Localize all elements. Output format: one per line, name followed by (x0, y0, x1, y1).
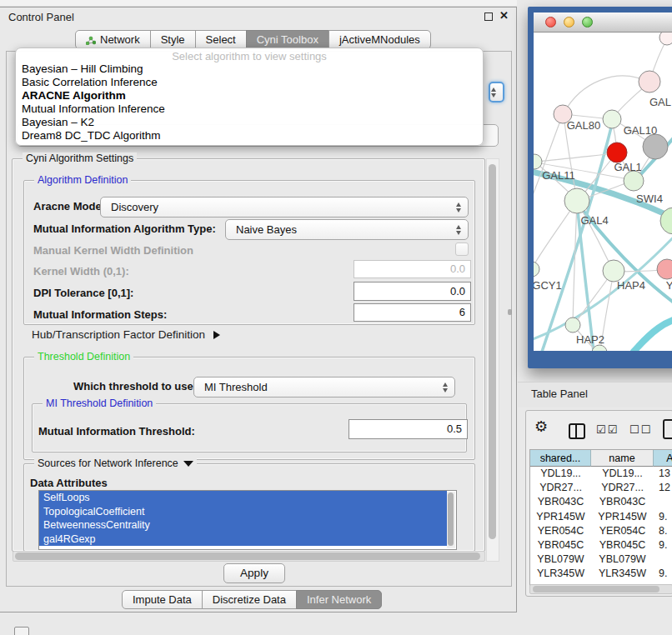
table-row[interactable]: YPR145WYPR145W9. (530, 510, 672, 524)
network-window-titlebar[interactable] (534, 12, 672, 32)
table-row[interactable]: YDR27...YDR27...12 (530, 481, 672, 495)
table-row[interactable]: YER054CYER054C8. (530, 524, 672, 538)
close-icon[interactable]: ✕ (499, 9, 509, 22)
table-row[interactable]: YDL19...YDL19...13 (530, 467, 672, 481)
table-row[interactable]: YBL079WYBL079W (530, 552, 672, 567)
document-icon[interactable] (663, 419, 672, 439)
group-title: Algorithm Definition (34, 174, 131, 186)
cutoff-button[interactable] (14, 627, 29, 635)
tab-infer-network[interactable]: Infer Network (296, 590, 382, 609)
attribute-item-topologicalcoefficient[interactable]: TopologicalCoefficient (39, 505, 447, 519)
scrollbar-thumb[interactable] (448, 492, 454, 546)
columns-icon[interactable] (569, 423, 585, 439)
close-traffic-light-icon[interactable] (545, 17, 556, 28)
control-panel-title: Control Panel (8, 11, 74, 23)
columns-icon-divider (575, 425, 577, 438)
tab-label: Impute Data (133, 592, 192, 608)
deselect-all-checkboxes-icon[interactable]: ☐☐ (629, 423, 652, 436)
attribute-item-gal4rgexp[interactable]: gal4RGexp (39, 532, 447, 547)
tab-label: Discretize Data (213, 592, 286, 608)
zoom-traffic-light-icon[interactable] (582, 17, 593, 28)
select-all-checkboxes-icon[interactable]: ☑☑ (596, 423, 619, 436)
network-node-gal10[interactable] (603, 110, 621, 128)
tab-network[interactable]: Network (75, 30, 151, 49)
dpi-tolerance-field[interactable]: 0.0 (354, 282, 471, 301)
sources-group-toggle[interactable]: Sources for Network Inference (34, 458, 197, 469)
settings-vertical-scrollbar[interactable] (486, 158, 499, 562)
top-strip (0, 0, 517, 7)
network-node-gal1[interactable] (624, 171, 644, 191)
dropdown-item-basic-correlation-inference[interactable]: Basic Correlation Inference (16, 76, 483, 89)
table-panel-title: Table Panel (531, 388, 588, 400)
mi-algorithm-type-combo[interactable]: Naive Bayes (225, 219, 469, 240)
dropdown-item-mutual-information-inference[interactable]: Mutual Information Inference (16, 102, 483, 116)
mi-steps-field[interactable]: 6 (354, 303, 471, 322)
scrollbar-thumb[interactable] (533, 586, 659, 592)
manual-kernel-width-checkbox[interactable] (455, 242, 469, 256)
table-cell: YBL079W (591, 552, 654, 567)
dropdown-item-list: Bayesian – Hill ClimbingBasic Correlatio… (16, 62, 483, 142)
network-edge[interactable] (634, 318, 672, 351)
network-node[interactable] (659, 32, 672, 45)
node-label-gal: GAL (649, 96, 671, 108)
dropdown-item-bayesian-k2[interactable]: Bayesian – K2 (16, 116, 483, 129)
column-header-a[interactable]: A (654, 450, 672, 467)
network-canvas[interactable]: GALGAL80GAL10GAL11GAL1SWI4GAL4GCY1HAP4YH… (534, 32, 672, 351)
mi-threshold-field[interactable]: 0.5 (349, 419, 468, 439)
table-cell: YPR145W (530, 510, 591, 524)
tab-select[interactable]: Select (195, 30, 247, 49)
mi-algorithm-type-label: Mutual Information Algorithm Type: (33, 222, 216, 235)
gear-icon[interactable]: ⚙ (534, 418, 548, 435)
table-cell: YLR345W (591, 567, 654, 581)
tab-label: Style (161, 32, 185, 48)
table-row[interactable]: YBR045CYBR045C9. (530, 538, 672, 552)
table-horizontal-scrollbar[interactable] (529, 584, 672, 594)
table-row[interactable]: YLR345WYLR345W9. (530, 567, 672, 581)
float-window-icon[interactable] (484, 12, 493, 21)
network-node-hap2[interactable] (565, 318, 580, 332)
dropdown-item-dream8-dc-tdc-algorithm[interactable]: Dream8 DC_TDC Algorithm (16, 129, 483, 142)
network-node[interactable] (607, 142, 627, 162)
attribute-item-betweennesscentrality[interactable]: BetweennessCentrality (39, 518, 447, 532)
network-node-gcy1[interactable] (534, 262, 539, 277)
attribute-item-selfloops[interactable]: SelfLoops (39, 491, 447, 505)
network-edge[interactable] (564, 76, 649, 113)
scrollbar-thumb[interactable] (15, 552, 480, 560)
node-label-gal4: GAL4 (580, 214, 608, 227)
network-view-window[interactable]: GALGAL80GAL10GAL11GAL1SWI4GAL4GCY1HAP4YH… (528, 7, 672, 368)
network-node-y[interactable] (657, 259, 672, 279)
tab-discretize-data[interactable]: Discretize Data (202, 590, 297, 609)
manual-kernel-width-label: Manual Kernel Width Definition (33, 244, 193, 257)
hub-section-toggle[interactable]: Hub/Transcription Factor Definition (32, 328, 220, 341)
column-header-name[interactable]: name (591, 450, 654, 467)
dropdown-item-bayesian-hill-climbing[interactable]: Bayesian – Hill Climbing (16, 62, 483, 76)
tab-style[interactable]: Style (150, 30, 196, 49)
tab-jactivemnodules[interactable]: jActiveMNodules (328, 30, 431, 49)
table-cell: YER054C (591, 524, 654, 538)
which-threshold-combo[interactable]: MI Threshold (193, 377, 455, 398)
network-node-gal4[interactable] (564, 188, 589, 213)
minimize-traffic-light-icon[interactable] (564, 17, 574, 28)
aracne-mode-combo[interactable]: Discovery (100, 197, 469, 218)
column-header-shared[interactable]: shared... (530, 450, 591, 467)
network-edge[interactable] (534, 202, 576, 268)
mi-threshold-label: Mutual Information Threshold: (38, 425, 195, 438)
network-edge[interactable] (573, 202, 577, 324)
settings-horizontal-scrollbar[interactable] (13, 551, 485, 562)
apply-button[interactable]: Apply (223, 563, 285, 583)
panel-divider-grip[interactable] (508, 309, 512, 315)
tab-impute-data[interactable]: Impute Data (122, 590, 203, 609)
list-scrollbar[interactable] (447, 492, 455, 548)
tab-cyni-toolbox[interactable]: Cyni Toolbox (246, 30, 329, 49)
table-row[interactable]: YBR043CYBR043C (530, 495, 672, 509)
table-cell: YBR043C (530, 495, 591, 509)
table-cell: YBR045C (591, 538, 654, 552)
scrollbar-thumb[interactable] (489, 164, 496, 539)
table-cell: 8. (654, 524, 672, 538)
inference-algorithm-combo-button[interactable] (489, 82, 504, 102)
dropdown-item-aracne-algorithm[interactable]: ARACNE Algorithm (16, 89, 483, 102)
network-node-gal[interactable] (639, 71, 660, 92)
table-cell: 12 (654, 481, 672, 495)
network-node[interactable] (643, 134, 668, 159)
kernel-width-field[interactable]: 0.0 (354, 260, 471, 278)
